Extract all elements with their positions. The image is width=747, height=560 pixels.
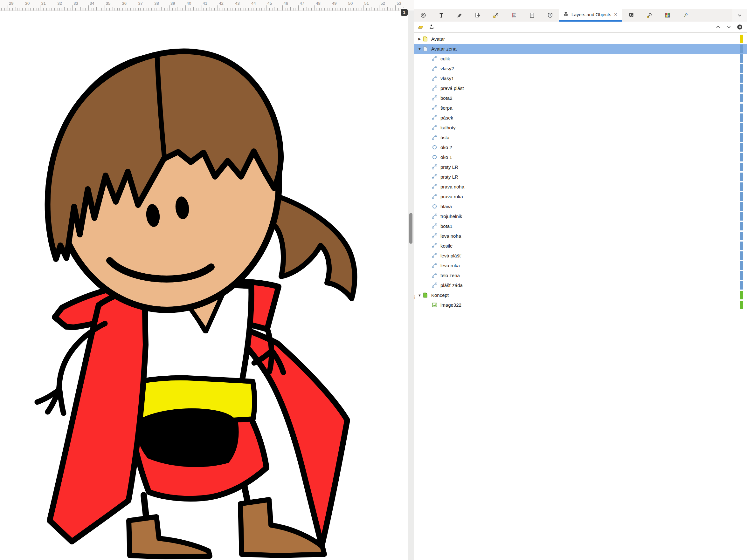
tab-layers-and-objects[interactable]: Layers and Objects ×: [559, 9, 622, 22]
panel-resize-grip[interactable]: ⁞: [414, 296, 417, 299]
collapse-expander-icon[interactable]: ▼: [417, 47, 422, 51]
tab-close-icon[interactable]: ×: [614, 12, 617, 17]
object-culik[interactable]: [272, 194, 355, 299]
layer-color-strip[interactable]: [740, 143, 743, 152]
collapse-expander-icon[interactable]: ▼: [417, 293, 422, 297]
object-row-pravá-plást[interactable]: pravá plást: [414, 83, 747, 93]
spray-icon[interactable]: [676, 9, 695, 22]
object-row-oko-1[interactable]: oko 1: [414, 152, 747, 162]
canvas-area[interactable]: 2930313233343536373839404142434445464748…: [0, 0, 408, 560]
object-row-culik[interactable]: culik: [414, 54, 747, 63]
path-type-icon: [432, 273, 438, 278]
layer-color-strip[interactable]: [740, 45, 743, 53]
object-row-prava-ruka[interactable]: prava ruka: [414, 192, 747, 202]
layer-color-strip[interactable]: [740, 113, 743, 122]
tabbar-spacer: [695, 9, 732, 22]
dock-overflow-button[interactable]: [732, 9, 747, 22]
object-row-kalhoty[interactable]: kalhoty: [414, 123, 747, 133]
layer-color-strip[interactable]: [740, 301, 743, 309]
layer-color-strip[interactable]: [740, 153, 743, 161]
layer-color-strip[interactable]: [740, 281, 743, 290]
object-pasek[interactable]: [136, 410, 237, 465]
layer-color-strip[interactable]: [740, 104, 743, 112]
layer-color-strip[interactable]: [740, 64, 743, 73]
item-label: prsty LR: [440, 164, 458, 170]
horizontal-ruler[interactable]: 2930313233343536373839404142434445464748…: [0, 0, 408, 11]
object-row-ústa[interactable]: ústa: [414, 133, 747, 142]
object-row-prava-noha[interactable]: prava noha: [414, 182, 747, 192]
preferences-icon[interactable]: [487, 9, 505, 22]
object-properties-icon[interactable]: [640, 9, 658, 22]
expand-expander-icon[interactable]: ▶: [417, 37, 422, 41]
ellipse-type-icon: [432, 144, 438, 150]
canvas-vertical-scrollbar[interactable]: [408, 0, 414, 560]
export-icon[interactable]: [468, 9, 487, 22]
layer-row-avatar[interactable]: ▶Avatar: [414, 34, 747, 44]
layer-color-strip[interactable]: [740, 123, 743, 132]
document-properties-icon[interactable]: [523, 9, 541, 22]
layer-color-strip[interactable]: [740, 271, 743, 280]
object-row-leva-noha[interactable]: leva noha: [414, 231, 747, 241]
path-type-icon: [432, 135, 438, 140]
layer-color-strip[interactable]: [740, 261, 743, 270]
item-label: Avatar zena: [431, 46, 457, 52]
calligraphy-icon[interactable]: [450, 9, 468, 22]
object-row-plášť-záda[interactable]: plášť záda: [414, 280, 747, 290]
object-row-leva-ruka[interactable]: leva ruka: [414, 261, 747, 270]
swatches-icon[interactable]: [658, 9, 676, 22]
layer-color-strip[interactable]: [740, 202, 743, 211]
layer-color-strip[interactable]: [740, 232, 743, 240]
move-up-button[interactable]: [715, 24, 722, 30]
layer-color-strip[interactable]: [740, 94, 743, 102]
layer-color-strip[interactable]: [740, 222, 743, 231]
object-row-levá-plášť[interactable]: levá plášť: [414, 251, 747, 261]
object-row-telo-zena[interactable]: telo zena: [414, 270, 747, 280]
object-row-vlasy2[interactable]: vlasy2: [414, 63, 747, 73]
object-row-vlasy1[interactable]: vlasy1: [414, 73, 747, 83]
layer-color-strip[interactable]: [740, 84, 743, 92]
symbols-icon[interactable]: [414, 9, 432, 22]
layer-color-strip[interactable]: [740, 251, 743, 260]
layer-row-avatar-zena[interactable]: ▼Avatar zena: [414, 44, 747, 54]
scrollbar-thumb[interactable]: [409, 213, 412, 244]
layer-color-strip[interactable]: [740, 242, 743, 250]
ruler-number: 45: [267, 1, 272, 6]
layer-color-strip[interactable]: [740, 172, 743, 181]
drawing-canvas[interactable]: [0, 0, 408, 560]
layer-color-strip[interactable]: [740, 74, 743, 83]
object-row-hlava[interactable]: hlava: [414, 202, 747, 211]
layer-color-strip[interactable]: [740, 291, 743, 299]
close-dialog-button[interactable]: [736, 24, 743, 30]
object-row-trojuhelnik[interactable]: trojuhelnik: [414, 211, 747, 221]
item-label: ústa: [440, 135, 449, 140]
ruler-number: 42: [219, 1, 223, 6]
layer-color-strip[interactable]: [740, 133, 743, 142]
object-row-oko-2[interactable]: oko 2: [414, 142, 747, 152]
layer-color-strip[interactable]: [740, 163, 743, 171]
object-bota1[interactable]: [129, 517, 210, 557]
page-number-badge[interactable]: 1: [400, 8, 408, 17]
object-row-bota2[interactable]: bota2: [414, 93, 747, 103]
xml-editor-icon[interactable]: [541, 9, 559, 22]
layer-color-strip[interactable]: [740, 212, 743, 220]
current-layer-button[interactable]: [417, 24, 424, 30]
item-label: šerpa: [440, 105, 453, 111]
object-row-bota1[interactable]: bota1: [414, 221, 747, 231]
object-row-šerpa[interactable]: šerpa: [414, 103, 747, 113]
object-row-image322[interactable]: image322: [414, 300, 747, 310]
add-layer-button[interactable]: [429, 24, 436, 30]
layer-color-strip[interactable]: [740, 182, 743, 191]
trace-bitmap-icon[interactable]: [622, 9, 640, 22]
align-and-distribute-icon[interactable]: [505, 9, 523, 22]
object-row-prsty-lr[interactable]: prsty LR: [414, 162, 747, 172]
layer-color-strip[interactable]: [740, 35, 743, 43]
move-down-button[interactable]: [725, 24, 732, 30]
layer-color-strip[interactable]: [740, 54, 743, 63]
text-and-font-icon[interactable]: [432, 9, 450, 22]
object-row-prsty-lr[interactable]: prsty LR: [414, 172, 747, 182]
object-row-kosile[interactable]: kosile: [414, 241, 747, 251]
layer-color-strip[interactable]: [740, 192, 743, 201]
layer-row-koncept[interactable]: ▼Koncept: [414, 290, 747, 300]
layers-toolbar: [414, 22, 747, 32]
object-row-pásek[interactable]: pásek: [414, 113, 747, 123]
